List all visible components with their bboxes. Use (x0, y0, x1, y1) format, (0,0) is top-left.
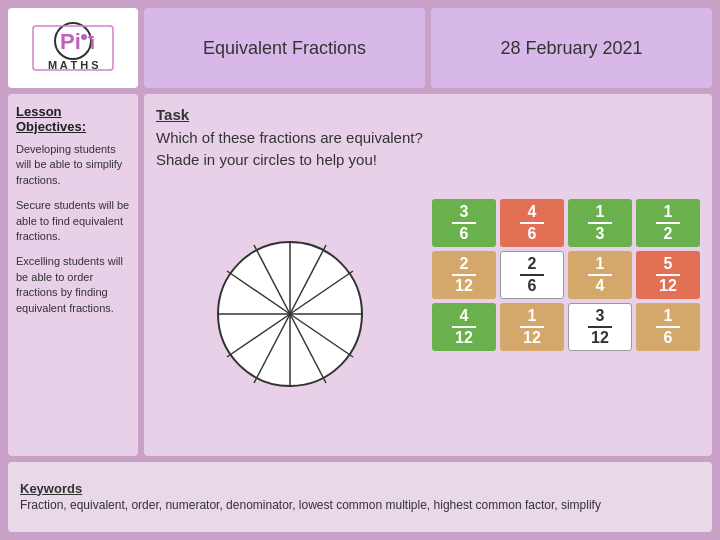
fraction-cell-1: 46 (500, 199, 564, 247)
svg-text:Pi: Pi (60, 29, 81, 54)
fraction-cell-0: 36 (432, 199, 496, 247)
fraction-circle-icon (210, 234, 370, 394)
header: Pi ✦ i M A T H S Equivalent Fractions 28… (8, 8, 712, 88)
fraction-cell-11: 16 (636, 303, 700, 351)
circle-container (156, 182, 424, 447)
sidebar: Lesson Objectives: Developing students w… (8, 94, 138, 456)
task-description: Task Which of these fractions are equiva… (156, 104, 424, 172)
content-area: Task Which of these fractions are equiva… (144, 94, 712, 456)
developing-text: Developing students will be able to simp… (16, 142, 130, 188)
excelling-text: Excelling students will be able to order… (16, 254, 130, 316)
fraction-cell-3: 12 (636, 199, 700, 247)
objectives-title: Lesson Objectives: (16, 104, 130, 134)
fraction-cell-6: 14 (568, 251, 632, 299)
svg-text:i: i (90, 33, 95, 53)
fraction-cell-5: 26 (500, 251, 564, 299)
main-area: Lesson Objectives: Developing students w… (8, 94, 712, 456)
logo-cell: Pi ✦ i M A T H S (8, 8, 138, 88)
svg-text:M A T H S: M A T H S (48, 59, 99, 71)
fraction-cell-9: 112 (500, 303, 564, 351)
fraction-cell-4: 212 (432, 251, 496, 299)
secure-text: Secure students will be able to find equ… (16, 198, 130, 244)
keywords-title: Keywords (20, 481, 700, 496)
date-cell: 28 February 2021 (431, 8, 712, 88)
fraction-cell-8: 412 (432, 303, 496, 351)
page: Pi ✦ i M A T H S Equivalent Fractions 28… (0, 0, 720, 540)
task-left: Task Which of these fractions are equiva… (156, 104, 424, 446)
fraction-cell-2: 13 (568, 199, 632, 247)
page-title: Equivalent Fractions (203, 38, 366, 59)
fraction-cell-10: 312 (568, 303, 632, 351)
task-label: Task (156, 106, 189, 123)
fraction-cell-7: 512 (636, 251, 700, 299)
title-cell: Equivalent Fractions (144, 8, 425, 88)
page-date: 28 February 2021 (500, 38, 642, 59)
logo-icon: Pi ✦ i M A T H S (28, 21, 118, 76)
keywords-text: Fraction, equivalent, order, numerator, … (20, 496, 700, 514)
footer: Keywords Fraction, equivalent, order, nu… (8, 462, 712, 532)
task-text: Which of these fractions are equivalent?… (156, 129, 423, 169)
fraction-grid: 36461312212261451241211231216 (432, 199, 700, 351)
